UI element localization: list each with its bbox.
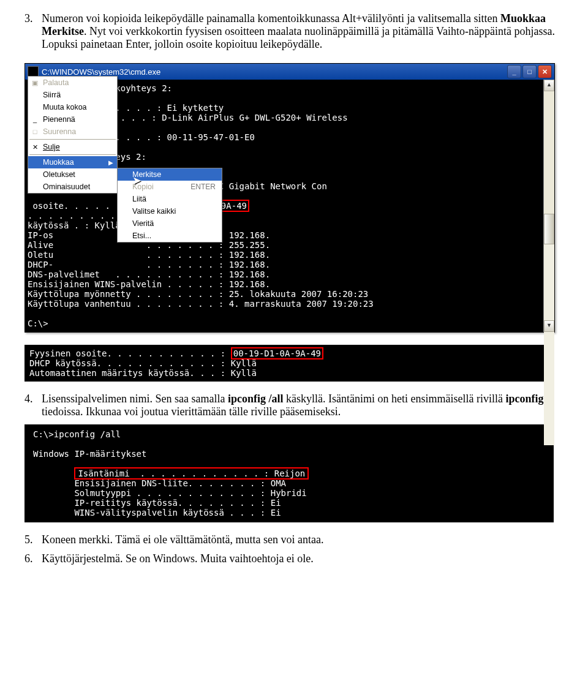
scroll-up-icon[interactable]: ▲ bbox=[544, 80, 554, 91]
scroll-down-icon[interactable]: ▼ bbox=[544, 320, 554, 332]
menu-suurenna[interactable]: □Suurenna bbox=[28, 126, 117, 138]
list-item-6: 6. Käyttöjärjestelmä. Se on Windows. Mui… bbox=[24, 552, 564, 565]
menu-ominaisuudet[interactable]: Ominaisuudet bbox=[28, 181, 117, 193]
mac-highlight: 00-19-D1-0A-9A-49 bbox=[231, 347, 323, 359]
hostname-highlight: Isäntänimi . . . . . . . . . . . . : Rei… bbox=[74, 467, 309, 480]
line: C:\>ipconfig /all bbox=[33, 429, 121, 439]
maximize-button[interactable]: □ bbox=[522, 65, 537, 78]
line: IP-reititys käytössä. . . . . . . . : Ei bbox=[74, 498, 281, 508]
list-text: Käyttöjärjestelmä. Se on Windows. Muita … bbox=[42, 552, 564, 565]
bold-muokkaa: Muokkaa bbox=[500, 12, 546, 24]
line: Automaattinen määritys käytössä. . . : K… bbox=[29, 368, 257, 378]
line: Windows IP-määritykset bbox=[33, 449, 146, 459]
window-buttons: _ □ ✕ bbox=[507, 65, 552, 78]
close-button[interactable]: ✕ bbox=[538, 65, 552, 78]
bold-ipconfig-all: ipconfig /all bbox=[228, 393, 284, 405]
menu-muuta[interactable]: Muuta kokoa bbox=[28, 101, 117, 113]
shortcut: ENTER bbox=[190, 183, 216, 191]
menu-kopioi[interactable]: KopioiENTER bbox=[118, 181, 222, 193]
list-number: 6. bbox=[24, 552, 42, 565]
system-menu: ▣Palauta Siirrä Muuta kokoa _Pienennä □S… bbox=[28, 76, 118, 194]
line: DHCP käytössä. . . . . . . . . . . . : K… bbox=[29, 358, 257, 368]
line: DNS-palvelimet . . . . . . . . . . : 192… bbox=[28, 269, 270, 279]
list-number: 3. bbox=[24, 12, 42, 51]
menu-valitse-kaikki[interactable]: Valitse kaikki bbox=[118, 205, 222, 217]
menu-muokkaa[interactable]: Muokkaa▶ bbox=[28, 156, 117, 168]
restore-icon: ▣ bbox=[31, 79, 39, 87]
menu-siirra[interactable]: Siirrä bbox=[28, 89, 117, 101]
list-number: 5. bbox=[24, 533, 42, 546]
line: Solmutyyppi . . . . . . . . . . . . : Hy… bbox=[74, 488, 306, 498]
menu-oletukset[interactable]: Oletukset bbox=[28, 168, 117, 181]
line: WINS-välityspalvelin käytössä . . . : Ei bbox=[74, 508, 281, 517]
menu-separator bbox=[29, 139, 116, 140]
bold-merkitse: Merkitse bbox=[42, 25, 84, 37]
menu-separator bbox=[29, 154, 116, 155]
menu-liita[interactable]: Liitä bbox=[118, 193, 222, 205]
scroll-thumb[interactable] bbox=[544, 214, 554, 244]
line: DHCP- . . . . . . . : 192.168. bbox=[28, 260, 270, 269]
text: Numeron voi kopioida leikepöydälle paina… bbox=[42, 12, 500, 24]
vertical-scrollbar[interactable]: ▲ ▼ bbox=[543, 80, 554, 332]
cmd-window: C:\WINDOWS\system32\cmd.exe _ □ ✕ ▣Palau… bbox=[24, 63, 555, 333]
list-number: 4. bbox=[24, 393, 42, 418]
line: Käyttölupa myönnetty . . . . . . . . : 2… bbox=[28, 289, 368, 299]
submenu-arrow-icon: ▶ bbox=[108, 159, 113, 166]
line: Ensisijainen WINS-palvelin . . . . . : 1… bbox=[28, 279, 270, 289]
edit-submenu: Merkitse KopioiENTER Liitä Valitse kaikk… bbox=[117, 168, 222, 243]
menu-vierita[interactable]: Vieritä bbox=[118, 217, 222, 230]
list-text: Koneen merkki. Tämä ei ole välttämätöntä… bbox=[42, 533, 564, 546]
line: Oletu . . . . . . . : 192.168. bbox=[28, 250, 270, 260]
list-item-4: 4. Lisenssipalvelimen nimi. Sen saa sama… bbox=[24, 393, 564, 418]
menu-etsi[interactable]: Etsi... bbox=[118, 230, 222, 242]
close-icon: ✕ bbox=[31, 143, 39, 151]
menu-merkitse[interactable]: Merkitse bbox=[118, 168, 222, 181]
bold-ipconfig: ipconfig bbox=[505, 393, 543, 405]
menu-pienenna[interactable]: _Pienennä bbox=[28, 113, 117, 126]
list-item-5: 5. Koneen merkki. Tämä ei ole välttämätö… bbox=[24, 533, 564, 546]
list-item-3: 3. Numeron voi kopioida leikepöydälle pa… bbox=[24, 12, 564, 51]
minimize-icon: _ bbox=[31, 116, 39, 123]
line: Fyysinen osoite. . . . . . . . . . . : bbox=[29, 348, 231, 358]
line: käytössä . : Kyllä bbox=[28, 220, 121, 230]
text: käskyllä. Isäntänimi on heti ensimmäisel… bbox=[283, 393, 505, 405]
cmd-snippet-ipconfig: C:\>ipconfig /all Windows IP-määritykset… bbox=[24, 424, 554, 522]
menu-palauta[interactable]: ▣Palauta bbox=[28, 77, 117, 89]
prompt: C:\> bbox=[28, 318, 48, 328]
cmd-snippet-mac: Fyysinen osoite. . . . . . . . . . . : 0… bbox=[24, 345, 554, 382]
minimize-button[interactable]: _ bbox=[507, 65, 521, 78]
window-title: C:\WINDOWS\system32\cmd.exe bbox=[42, 67, 160, 77]
list-text: Lisenssipalvelimen nimi. Sen saa samalla… bbox=[42, 393, 564, 418]
text: Lisenssipalvelimen nimi. Sen saa samalla bbox=[42, 393, 228, 405]
line: Käyttölupa vanhentuu . . . . . . . . : 4… bbox=[28, 299, 374, 309]
menu-sulje[interactable]: ✕Sulje bbox=[28, 141, 117, 153]
maximize-icon: □ bbox=[31, 128, 39, 135]
text: . Nyt voi verkkokortin fyysisen osoittee… bbox=[42, 25, 555, 50]
line: Ensisijainen DNS-liite. . . . . . . : OM… bbox=[74, 478, 286, 488]
list-text: Numeron voi kopioida leikepöydälle paina… bbox=[42, 12, 564, 51]
